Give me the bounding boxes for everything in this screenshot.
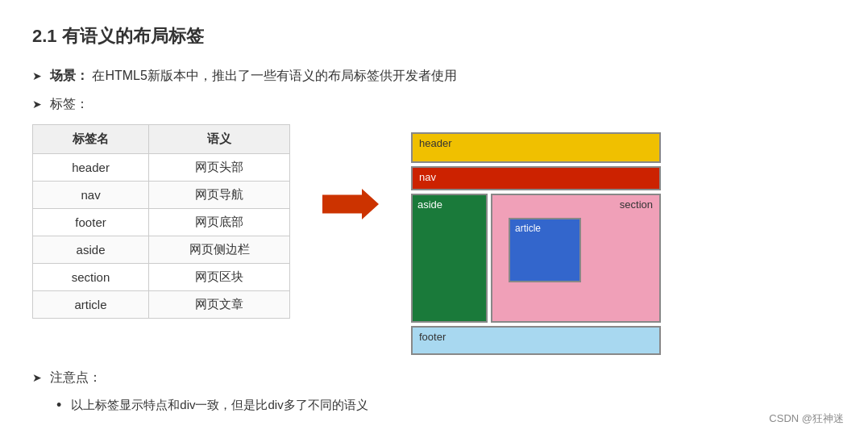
bullet-arrow-note: ➤ bbox=[32, 371, 42, 384]
table-row: article网页文章 bbox=[33, 291, 290, 319]
diag-article: article bbox=[509, 218, 581, 282]
tag-cell: aside bbox=[33, 236, 149, 264]
bullet-arrow-tags: ➤ bbox=[32, 98, 42, 111]
page-title: 2.1 有语义的布局标签 bbox=[32, 24, 836, 48]
tag-table: 标签名 语义 header网页头部nav网页导航footer网页底部aside网… bbox=[32, 124, 290, 319]
meaning-cell: 网页区块 bbox=[149, 264, 290, 291]
scene-text: 场景： 在HTML5新版本中，推出了一些有语义的布局标签供开发者使用 bbox=[50, 68, 457, 85]
watermark: CSDN @狂神迷 bbox=[769, 411, 844, 426]
meaning-cell: 网页导航 bbox=[149, 182, 290, 209]
tag-cell: article bbox=[33, 291, 149, 319]
tag-cell: footer bbox=[33, 209, 149, 236]
tags-bullet: ➤ 标签： bbox=[32, 96, 836, 113]
diag-section: section article bbox=[491, 194, 661, 323]
diag-aside: aside bbox=[411, 194, 488, 323]
scene-bullet: ➤ 场景： 在HTML5新版本中，推出了一些有语义的布局标签供开发者使用 bbox=[32, 68, 836, 85]
table-row: header网页头部 bbox=[33, 154, 290, 182]
diag-middle: aside section article bbox=[411, 194, 661, 323]
note-label: 注意点： bbox=[50, 369, 102, 386]
note-section: ➤ 注意点： • 以上标签显示特点和div一致，但是比div多了不同的语义 bbox=[32, 369, 836, 413]
diag-footer: footer bbox=[411, 326, 661, 355]
col2-header: 语义 bbox=[149, 125, 290, 154]
diag-nav: nav bbox=[411, 166, 661, 190]
sub-bullet: • 以上标签显示特点和div一致，但是比div多了不同的语义 bbox=[56, 398, 836, 413]
tag-cell: nav bbox=[33, 182, 149, 209]
bullet-arrow-scene: ➤ bbox=[32, 69, 42, 82]
table-row: aside网页侧边栏 bbox=[33, 236, 290, 264]
arrow-container bbox=[322, 124, 379, 219]
table-row: section网页区块 bbox=[33, 264, 290, 291]
right-arrow-icon bbox=[322, 189, 379, 219]
meaning-cell: 网页底部 bbox=[149, 209, 290, 236]
content-row: 标签名 语义 header网页头部nav网页导航footer网页底部aside网… bbox=[32, 124, 836, 355]
tag-cell: section bbox=[33, 264, 149, 291]
meaning-cell: 网页侧边栏 bbox=[149, 236, 290, 264]
layout-diagram: header nav aside section article footer bbox=[411, 132, 661, 355]
diag-header: header bbox=[411, 132, 661, 163]
note-bullet: ➤ 注意点： bbox=[32, 369, 836, 386]
col1-header: 标签名 bbox=[33, 125, 149, 154]
tag-cell: header bbox=[33, 154, 149, 182]
table-row: footer网页底部 bbox=[33, 209, 290, 236]
sub-bullet-dot: • bbox=[56, 398, 61, 412]
meaning-cell: 网页文章 bbox=[149, 291, 290, 319]
tags-label: 标签： bbox=[50, 96, 89, 113]
note-sub-text: 以上标签显示特点和div一致，但是比div多了不同的语义 bbox=[71, 398, 368, 413]
meaning-cell: 网页头部 bbox=[149, 154, 290, 182]
table-row: nav网页导航 bbox=[33, 182, 290, 209]
